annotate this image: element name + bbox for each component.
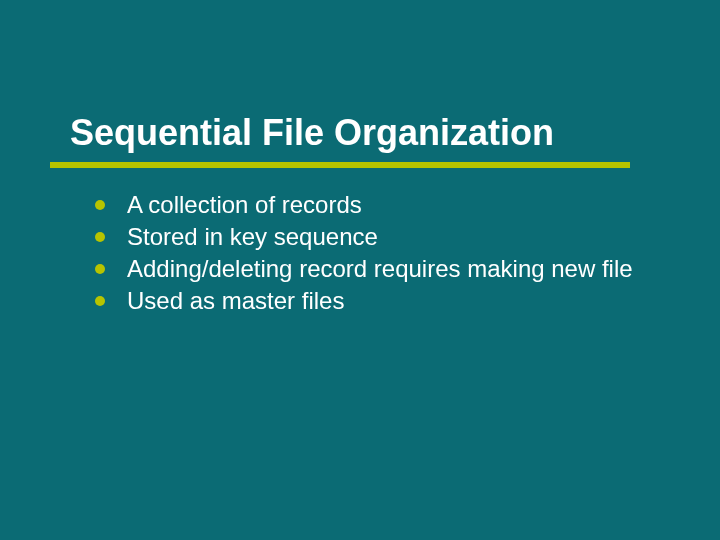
bullet-text: Stored in key sequence [127,222,665,252]
bullet-text: A collection of records [127,190,665,220]
list-item: Used as master files [95,286,665,316]
bullet-icon [95,264,105,274]
slide: Sequential File Organization A collectio… [0,0,720,540]
slide-title: Sequential File Organization [70,112,554,154]
bullet-text: Used as master files [127,286,665,316]
title-underline [50,162,630,168]
bullet-icon [95,200,105,210]
list-item: A collection of records [95,190,665,220]
bullet-icon [95,232,105,242]
bullet-icon [95,296,105,306]
list-item: Stored in key sequence [95,222,665,252]
bullet-text: Adding/deleting record requires making n… [127,254,665,284]
list-item: Adding/deleting record requires making n… [95,254,665,284]
slide-body: A collection of records Stored in key se… [95,190,665,318]
